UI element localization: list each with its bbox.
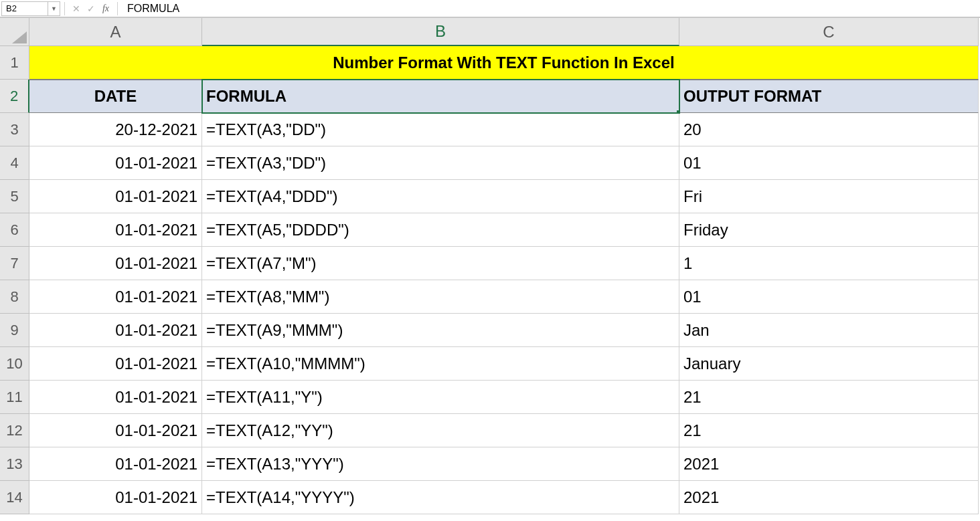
row-header-2[interactable]: 2 [0, 80, 29, 113]
cell-B7[interactable]: =TEXT(A7,"M") [202, 247, 679, 280]
cell-A4[interactable]: 01-01-2021 [29, 146, 202, 180]
cell-A14[interactable]: 01-01-2021 [29, 481, 202, 514]
row-header-11[interactable]: 11 [0, 381, 29, 414]
row-header-3[interactable]: 3 [0, 113, 29, 146]
cell-A11[interactable]: 01-01-2021 [29, 381, 202, 414]
cell-A9[interactable]: 01-01-2021 [29, 314, 202, 347]
cell-B5[interactable]: =TEXT(A4,"DDD") [202, 180, 679, 213]
formula-bar: B2 ▼ ✕ ✓ fx FORMULA [0, 0, 980, 17]
cell-A7[interactable]: 01-01-2021 [29, 247, 202, 280]
column-headers: ABC [29, 18, 979, 46]
cell-B12[interactable]: =TEXT(A12,"YY") [202, 414, 679, 447]
cell-C14[interactable]: 2021 [679, 481, 979, 514]
fx-icon[interactable]: fx [98, 1, 113, 16]
cell-B6[interactable]: =TEXT(A5,"DDDD") [202, 213, 679, 247]
row-header-8[interactable]: 8 [0, 280, 29, 314]
cell-B13[interactable]: =TEXT(A13,"YYY") [202, 447, 679, 481]
row-header-12[interactable]: 12 [0, 414, 29, 447]
cell-A3[interactable]: 20-12-2021 [29, 113, 202, 146]
cell-A6[interactable]: 01-01-2021 [29, 213, 202, 247]
row-header-1[interactable]: 1 [0, 46, 29, 80]
cell-B8[interactable]: =TEXT(A8,"MM") [202, 280, 679, 314]
column-header-B[interactable]: B [202, 18, 679, 46]
cell-B14[interactable]: =TEXT(A14,"YYYY") [202, 481, 679, 514]
formula-bar-input[interactable]: FORMULA [122, 3, 980, 15]
cell-C12[interactable]: 21 [679, 414, 979, 447]
row-header-9[interactable]: 9 [0, 314, 29, 347]
header-cell-B[interactable]: FORMULA [202, 80, 679, 113]
enter-icon: ✓ [84, 1, 98, 16]
cell-B9[interactable]: =TEXT(A9,"MMM") [202, 314, 679, 347]
cell-C11[interactable]: 21 [679, 381, 979, 414]
name-box-dropdown-icon[interactable]: ▼ [48, 1, 60, 16]
separator [64, 2, 65, 15]
separator [117, 2, 118, 15]
column-header-A[interactable]: A [29, 18, 202, 46]
cell-C6[interactable]: Friday [679, 213, 979, 247]
row-header-5[interactable]: 5 [0, 180, 29, 213]
header-cell-A[interactable]: DATE [29, 80, 202, 113]
header-cell-C[interactable]: OUTPUT FORMAT [679, 80, 979, 113]
cell-C9[interactable]: Jan [679, 314, 979, 347]
row-header-6[interactable]: 6 [0, 213, 29, 247]
cell-A13[interactable]: 01-01-2021 [29, 447, 202, 481]
cancel-icon: ✕ [69, 1, 84, 16]
cell-A5[interactable]: 01-01-2021 [29, 180, 202, 213]
cell-B10[interactable]: =TEXT(A10,"MMMM") [202, 347, 679, 381]
cell-A8[interactable]: 01-01-2021 [29, 280, 202, 314]
select-all-corner[interactable] [0, 18, 29, 46]
cell-B3[interactable]: =TEXT(A3,"DD") [202, 113, 679, 146]
cell-C10[interactable]: January [679, 347, 979, 381]
row-header-7[interactable]: 7 [0, 247, 29, 280]
cell-C5[interactable]: Fri [679, 180, 979, 213]
worksheet: ABC 1234567891011121314 Number Format Wi… [0, 17, 980, 18]
cell-A12[interactable]: 01-01-2021 [29, 414, 202, 447]
name-box[interactable]: B2 [1, 1, 48, 16]
row-header-10[interactable]: 10 [0, 347, 29, 381]
cell-C13[interactable]: 2021 [679, 447, 979, 481]
cell-B11[interactable]: =TEXT(A11,"Y") [202, 381, 679, 414]
cell-grid: Number Format With TEXT Function In Exce… [29, 46, 979, 514]
cell-A10[interactable]: 01-01-2021 [29, 347, 202, 381]
row-header-4[interactable]: 4 [0, 146, 29, 180]
cell-B4[interactable]: =TEXT(A3,"DD") [202, 146, 679, 180]
title-cell[interactable]: Number Format With TEXT Function In Exce… [29, 46, 979, 80]
column-header-C[interactable]: C [679, 18, 979, 46]
row-header-14[interactable]: 14 [0, 481, 29, 514]
cell-C8[interactable]: 01 [679, 280, 979, 314]
row-headers: 1234567891011121314 [0, 46, 29, 514]
row-header-13[interactable]: 13 [0, 447, 29, 481]
cell-C3[interactable]: 20 [679, 113, 979, 146]
cell-C7[interactable]: 1 [679, 247, 979, 280]
cell-C4[interactable]: 01 [679, 146, 979, 180]
